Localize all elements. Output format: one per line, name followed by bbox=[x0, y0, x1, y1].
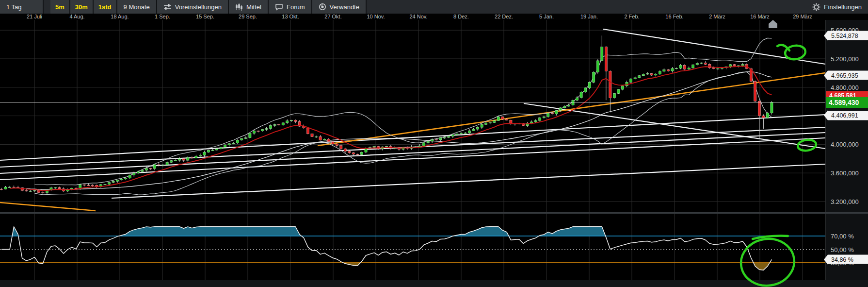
date-label: 24 Nov. bbox=[409, 14, 427, 19]
sliders-icon bbox=[163, 3, 172, 10]
date-label: 21 Juli bbox=[27, 14, 42, 19]
level-value-tag: 4.406,991 bbox=[828, 111, 868, 120]
price-axis[interactable]: 5.524,878 4.965,935 4.685,581 4.589,430 … bbox=[825, 19, 868, 287]
date-label: 1 Sep. bbox=[155, 14, 170, 19]
last-price-tag: 4.589,430 bbox=[826, 97, 868, 108]
timeframe-30m-label: 30m bbox=[75, 3, 88, 11]
mittel-button[interactable]: Mittel bbox=[229, 0, 269, 14]
date-label: 2 Feb. bbox=[624, 14, 639, 19]
date-label: 4 Aug. bbox=[69, 14, 84, 19]
speech-bubble-icon bbox=[275, 3, 283, 11]
date-label: 15 Sep. bbox=[196, 14, 214, 19]
date-label: 16 Feb. bbox=[665, 14, 683, 19]
bottom-strip bbox=[0, 280, 868, 287]
voreinstellungen-label: Voreinstellungen bbox=[175, 3, 222, 11]
timeframe-5m-button[interactable]: 5m bbox=[50, 0, 70, 14]
voreinstellungen-button[interactable]: Voreinstellungen bbox=[157, 0, 229, 14]
price-axis-label: 4.800,000 bbox=[831, 84, 859, 91]
price-rsi-chart[interactable] bbox=[0, 0, 868, 287]
timeframe-30m-button[interactable]: 30m bbox=[70, 0, 94, 14]
date-label: 27 Okt. bbox=[324, 14, 341, 19]
price-axis-label: 3.600,000 bbox=[831, 169, 859, 177]
toolbar-spacer bbox=[367, 0, 806, 14]
verwandte-button[interactable]: Verwandte bbox=[312, 0, 367, 14]
date-label: 5 Jan. bbox=[539, 14, 554, 19]
price-axis-label: 5.200,000 bbox=[831, 55, 859, 63]
date-label: 2 März bbox=[709, 14, 725, 19]
date-label: 16 März bbox=[750, 14, 770, 19]
rsi-axis-label: 50,00 % bbox=[831, 246, 854, 253]
date-label: 19 Jan. bbox=[580, 14, 598, 19]
period-high-tag: 5.524,878 bbox=[828, 31, 868, 40]
einstellungen-label: Einstellungen bbox=[824, 3, 862, 11]
gear-icon bbox=[812, 3, 820, 11]
date-label: 10 Nov. bbox=[367, 14, 385, 19]
date-label: 29 März bbox=[793, 14, 812, 19]
forum-label: Forum bbox=[287, 3, 305, 11]
candles-icon bbox=[235, 3, 243, 11]
timeframe-1std-label: 1std bbox=[98, 3, 112, 11]
eye-icon bbox=[319, 3, 326, 11]
timeframe-5m-label: 5m bbox=[55, 3, 64, 11]
price-axis-label: 4.000,000 bbox=[831, 141, 859, 148]
rsi-value-tag: 34,86 % bbox=[828, 255, 868, 264]
range-9monate-button[interactable]: 9 Monate bbox=[117, 0, 157, 14]
range-9monate-label: 9 Monate bbox=[124, 3, 150, 11]
chart-toolbar: 1 Tag 5m 30m 1std 9 Monate Voreinstellun… bbox=[0, 0, 868, 14]
verwandte-label: Verwandte bbox=[330, 3, 359, 11]
timeframe-1std-button[interactable]: 1std bbox=[94, 0, 117, 14]
panel-separator[interactable] bbox=[0, 212, 868, 214]
date-label: 18 Aug. bbox=[111, 14, 129, 19]
price-axis-label: 3.200,000 bbox=[831, 198, 859, 205]
date-label: 13 Okt. bbox=[282, 14, 299, 19]
trendline-value-tag: 4.965,935 bbox=[828, 71, 868, 80]
einstellungen-button[interactable]: Einstellungen bbox=[806, 0, 868, 14]
timeframe-1tag-button[interactable]: 1 Tag bbox=[0, 0, 44, 14]
date-label: 29 Sep. bbox=[239, 14, 257, 19]
mittel-label: Mittel bbox=[246, 3, 261, 11]
date-label: 22 Dez. bbox=[495, 14, 513, 19]
timeframe-1tag-label: 1 Tag bbox=[6, 3, 22, 11]
date-label: 8 Dez. bbox=[453, 14, 469, 19]
forum-button[interactable]: Forum bbox=[269, 0, 312, 14]
date-axis[interactable]: 21 Juli4 Aug.18 Aug.1 Sep.15 Sep.29 Sep.… bbox=[0, 14, 868, 20]
rsi-axis-label: 70,00 % bbox=[831, 233, 854, 240]
